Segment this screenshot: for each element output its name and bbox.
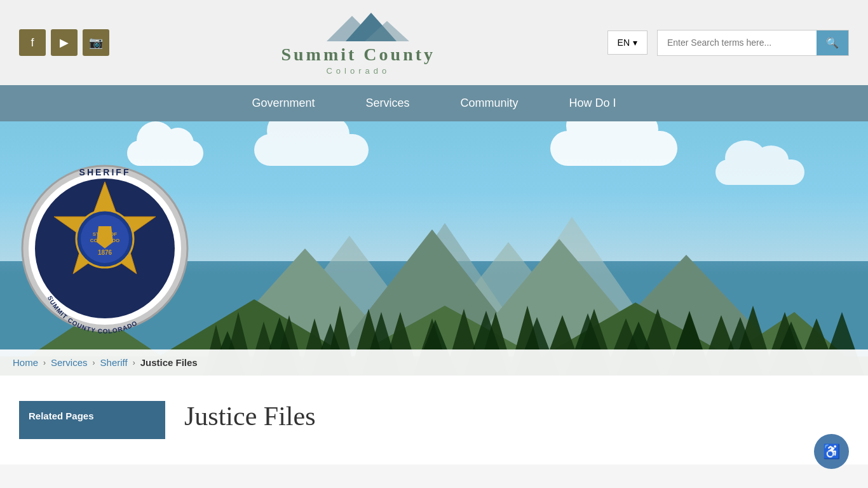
- language-selector[interactable]: EN ▾: [607, 30, 648, 55]
- breadcrumb-sep-2: ›: [93, 358, 95, 367]
- nav-item-how-do-i[interactable]: How Do I: [544, 85, 642, 121]
- sidebar: Related Pages: [19, 401, 165, 439]
- sidebar-title: Related Pages: [29, 410, 156, 421]
- nav-item-services[interactable]: Services: [340, 85, 435, 121]
- facebook-icon[interactable]: f: [19, 29, 46, 56]
- svg-text:SHERIFF: SHERIFF: [79, 167, 131, 177]
- chevron-down-icon: ▾: [633, 37, 637, 48]
- social-icons: f ▶ 📷: [19, 29, 109, 56]
- sheriff-badge: STATE OF COLORADO 1876 SHERIFF SUMMIT CO…: [19, 163, 191, 334]
- instagram-icon[interactable]: 📷: [83, 29, 109, 56]
- breadcrumb-current: Justice Files: [140, 357, 198, 368]
- site-logo-sub: Colorado: [326, 66, 390, 76]
- youtube-icon[interactable]: ▶: [51, 29, 78, 56]
- search-button[interactable]: 🔍: [817, 30, 848, 55]
- search-bar: 🔍: [657, 30, 849, 56]
- svg-text:1876: 1876: [98, 249, 112, 256]
- cloud-1: [127, 140, 203, 166]
- content-area: Justice Files: [184, 401, 849, 439]
- logo-area: Summit County Colorado: [109, 10, 607, 76]
- accessibility-button[interactable]: ♿: [814, 434, 849, 464]
- page-title: Justice Files: [184, 401, 849, 431]
- sidebar-box: Related Pages: [19, 401, 165, 439]
- breadcrumb-home[interactable]: Home: [13, 357, 38, 368]
- logo-mountain-icon: [295, 10, 422, 44]
- breadcrumb: Home › Services › Sheriff › Justice File…: [0, 349, 868, 376]
- cloud-2: [254, 134, 369, 166]
- cloud-4: [715, 159, 804, 185]
- nav-item-government[interactable]: Government: [226, 85, 340, 121]
- nav-item-community[interactable]: Community: [435, 85, 544, 121]
- hero-banner: STATE OF COLORADO 1876 SHERIFF SUMMIT CO…: [0, 121, 868, 376]
- breadcrumb-sep-3: ›: [133, 358, 135, 367]
- search-input[interactable]: [658, 30, 817, 55]
- main-content: Related Pages Justice Files: [0, 376, 868, 464]
- breadcrumb-services[interactable]: Services: [51, 357, 88, 368]
- header: f ▶ 📷 Summit County Colorado EN ▾ 🔍: [0, 0, 868, 85]
- breadcrumb-sep-1: ›: [43, 358, 46, 367]
- cloud-3: [550, 131, 677, 166]
- main-nav: Government Services Community How Do I: [0, 85, 868, 121]
- header-right: EN ▾ 🔍: [607, 30, 849, 56]
- breadcrumb-sheriff[interactable]: Sheriff: [100, 357, 128, 368]
- site-logo-text: Summit County: [281, 44, 435, 65]
